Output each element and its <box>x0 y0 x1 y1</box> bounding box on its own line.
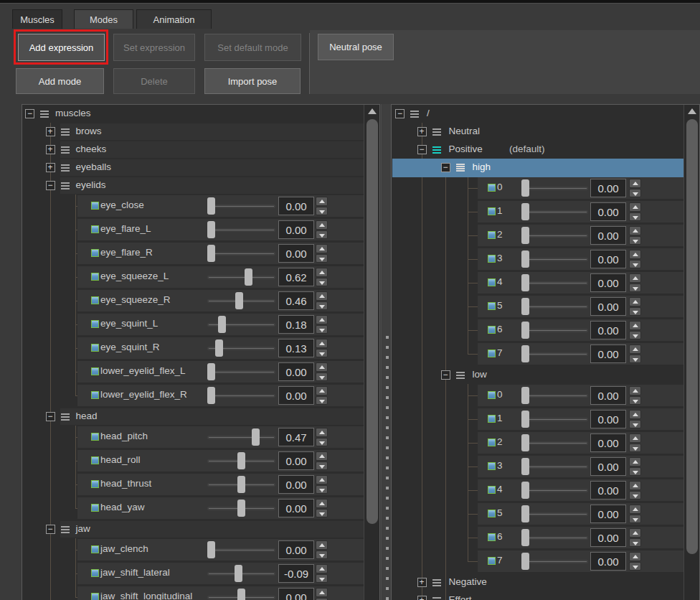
value-slider[interactable] <box>207 314 275 335</box>
tab-modes[interactable]: Modes <box>74 9 133 29</box>
spin-down-button[interactable] <box>316 438 328 447</box>
value-slider[interactable] <box>207 586 275 600</box>
value-slider[interactable] <box>207 337 275 359</box>
slider-handle[interactable] <box>521 227 529 244</box>
spin-down-button[interactable] <box>316 509 328 518</box>
value-field[interactable]: 0.00 <box>590 179 626 197</box>
value-field[interactable]: 0.46 <box>278 291 314 310</box>
muscle-row-stripe[interactable]: 70.00 <box>478 550 684 572</box>
spin-down-button[interactable] <box>629 331 641 340</box>
neutral-pose-button[interactable]: Neutral pose <box>318 34 394 60</box>
muscle-checkbox[interactable] <box>91 202 99 210</box>
spin-down-button[interactable] <box>316 230 328 240</box>
spin-down-button[interactable] <box>629 491 641 500</box>
spin-up-button[interactable] <box>629 226 641 235</box>
muscle-checkbox[interactable] <box>91 249 99 257</box>
value-field[interactable]: 0.13 <box>278 339 314 357</box>
slider-handle[interactable] <box>521 411 529 428</box>
spin-down-button[interactable] <box>629 538 641 548</box>
spin-up-button[interactable] <box>629 505 641 514</box>
value-slider[interactable] <box>521 201 588 222</box>
muscle-checkbox[interactable] <box>91 367 99 375</box>
muscle-checkbox[interactable] <box>91 569 99 577</box>
muscle-row-stripe[interactable]: head_yaw0.00 <box>77 497 364 519</box>
spin-down-button[interactable] <box>316 396 328 406</box>
muscle-checkbox[interactable] <box>488 415 496 423</box>
muscle-checkbox[interactable] <box>488 510 496 517</box>
value-slider[interactable] <box>521 527 588 548</box>
value-slider[interactable] <box>207 497 275 519</box>
value-field[interactable]: 0.00 <box>590 273 626 292</box>
slider-handle[interactable] <box>207 363 215 380</box>
slider-handle[interactable] <box>521 250 529 268</box>
value-field[interactable]: 0.00 <box>590 481 626 500</box>
value-slider[interactable] <box>207 385 275 406</box>
value-field[interactable]: 0.00 <box>590 433 626 452</box>
tree-expand-box[interactable]: + <box>417 578 427 587</box>
slider-handle[interactable] <box>521 458 529 475</box>
muscle-row-stripe[interactable]: 30.00 <box>478 248 684 270</box>
spin-up-button[interactable] <box>316 451 328 461</box>
value-field[interactable]: 0.47 <box>278 428 314 446</box>
spin-down-button[interactable] <box>629 189 641 198</box>
spin-down-button[interactable] <box>629 420 641 429</box>
muscle-row-stripe[interactable]: eye_flare_L0.00 <box>77 219 364 240</box>
spin-down-button[interactable] <box>629 307 641 317</box>
value-slider[interactable] <box>521 550 588 572</box>
slider-handle[interactable] <box>521 203 529 220</box>
value-field[interactable]: 0.00 <box>590 297 626 316</box>
muscle-checkbox[interactable] <box>488 184 496 192</box>
value-slider[interactable] <box>207 195 275 217</box>
value-field[interactable]: 0.00 <box>278 197 314 215</box>
muscle-checkbox[interactable] <box>488 302 496 310</box>
spin-down-button[interactable] <box>316 461 328 471</box>
value-field[interactable]: 0.00 <box>590 528 626 547</box>
value-field[interactable]: -0.09 <box>278 564 314 583</box>
muscle-row-stripe[interactable]: head_pitch0.47 <box>77 426 364 448</box>
value-field[interactable]: 0.00 <box>278 540 314 559</box>
spin-up-button[interactable] <box>316 540 328 550</box>
tree-expand-box[interactable]: − <box>417 145 427 154</box>
value-slider[interactable] <box>521 296 588 317</box>
left-scrollbar[interactable] <box>364 105 379 600</box>
spin-up-button[interactable] <box>316 244 328 253</box>
muscle-row-stripe[interactable]: lower_eyelid_flex_R0.00 <box>77 385 364 406</box>
spin-down-button[interactable] <box>316 207 328 216</box>
value-field[interactable]: 0.00 <box>590 202 626 221</box>
muscle-row-stripe[interactable]: 60.00 <box>478 319 684 341</box>
slider-handle[interactable] <box>521 322 529 339</box>
muscle-row-stripe[interactable]: head_roll0.00 <box>77 450 364 472</box>
value-slider[interactable] <box>207 266 275 288</box>
spin-up-button[interactable] <box>316 475 328 484</box>
slider-handle[interactable] <box>521 434 529 451</box>
value-field[interactable]: 0.00 <box>278 475 314 494</box>
muscle-checkbox[interactable] <box>91 433 99 441</box>
muscle-row-stripe[interactable]: jaw_shift_lateral-0.09 <box>77 563 364 584</box>
spin-down-button[interactable] <box>629 283 641 293</box>
value-field[interactable]: 0.00 <box>590 505 626 523</box>
muscle-checkbox[interactable] <box>488 486 496 494</box>
slider-handle[interactable] <box>235 292 243 309</box>
slider-handle[interactable] <box>521 345 529 362</box>
spin-up-button[interactable] <box>629 344 641 354</box>
value-slider[interactable] <box>521 225 588 246</box>
spin-down-button[interactable] <box>629 562 641 571</box>
import-pose-button[interactable]: Import pose <box>204 68 301 94</box>
tree-expand-box[interactable]: − <box>46 412 55 421</box>
slider-handle[interactable] <box>207 245 215 262</box>
value-slider[interactable] <box>521 177 588 199</box>
add-expression-button[interactable]: Add expression <box>18 34 105 61</box>
slider-handle[interactable] <box>521 529 529 546</box>
spin-down-button[interactable] <box>316 301 328 311</box>
spin-up-button[interactable] <box>316 339 328 348</box>
muscle-checkbox[interactable] <box>91 391 99 399</box>
muscle-row-stripe[interactable]: 60.00 <box>478 527 684 548</box>
spin-up-button[interactable] <box>629 179 641 188</box>
spin-down-button[interactable] <box>629 515 641 524</box>
value-slider[interactable] <box>521 479 588 501</box>
spin-up-button[interactable] <box>316 588 328 597</box>
muscle-row-stripe[interactable]: 10.00 <box>478 408 684 430</box>
slider-handle[interactable] <box>521 274 529 291</box>
spin-up-button[interactable] <box>629 386 641 395</box>
muscle-checkbox[interactable] <box>91 344 99 352</box>
